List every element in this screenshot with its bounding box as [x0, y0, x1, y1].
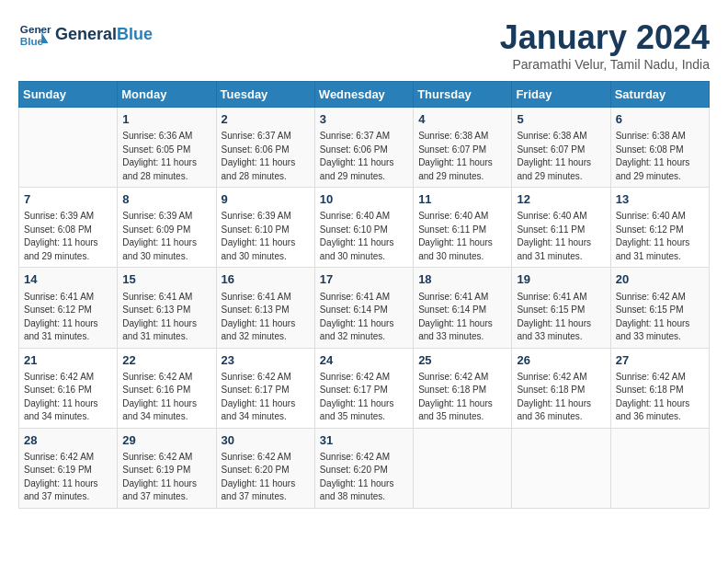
day-number: 20 — [616, 271, 704, 288]
calendar-cell: 15Sunrise: 6:41 AM Sunset: 6:13 PM Dayli… — [118, 268, 216, 348]
calendar-subtitle: Paramathi Velur, Tamil Nadu, India — [500, 57, 710, 72]
day-number: 17 — [320, 271, 408, 288]
day-number: 22 — [122, 352, 210, 369]
calendar-week-1: 7Sunrise: 6:39 AM Sunset: 6:08 PM Daylig… — [19, 188, 710, 268]
day-info: Sunrise: 6:41 AM Sunset: 6:13 PM Dayligh… — [122, 291, 210, 344]
day-number: 27 — [616, 352, 704, 369]
weekday-header-monday: Monday — [118, 82, 216, 108]
calendar-cell: 25Sunrise: 6:42 AM Sunset: 6:18 PM Dayli… — [414, 348, 512, 428]
day-number: 14 — [24, 271, 112, 288]
calendar-week-3: 21Sunrise: 6:42 AM Sunset: 6:16 PM Dayli… — [19, 348, 710, 428]
day-number: 2 — [222, 111, 310, 128]
weekday-header-tuesday: Tuesday — [216, 82, 314, 108]
day-number: 16 — [222, 271, 310, 288]
calendar-cell: 20Sunrise: 6:42 AM Sunset: 6:15 PM Dayli… — [610, 268, 709, 348]
weekday-header-thursday: Thursday — [414, 82, 512, 108]
day-info: Sunrise: 6:42 AM Sunset: 6:18 PM Dayligh… — [616, 371, 704, 424]
day-info: Sunrise: 6:39 AM Sunset: 6:10 PM Dayligh… — [222, 210, 310, 263]
day-number: 24 — [320, 352, 408, 369]
calendar-week-0: 1Sunrise: 6:36 AM Sunset: 6:05 PM Daylig… — [19, 108, 710, 188]
day-number: 28 — [24, 432, 112, 449]
day-number: 31 — [320, 432, 408, 449]
day-info: Sunrise: 6:41 AM Sunset: 6:13 PM Dayligh… — [222, 291, 310, 344]
calendar-cell: 22Sunrise: 6:42 AM Sunset: 6:16 PM Dayli… — [118, 348, 216, 428]
calendar-cell: 29Sunrise: 6:42 AM Sunset: 6:19 PM Dayli… — [118, 428, 216, 508]
day-info: Sunrise: 6:42 AM Sunset: 6:16 PM Dayligh… — [24, 371, 112, 424]
day-info: Sunrise: 6:42 AM Sunset: 6:17 PM Dayligh… — [320, 371, 408, 424]
day-info: Sunrise: 6:42 AM Sunset: 6:18 PM Dayligh… — [418, 371, 506, 424]
calendar-cell: 27Sunrise: 6:42 AM Sunset: 6:18 PM Dayli… — [610, 348, 709, 428]
day-number: 7 — [24, 191, 112, 208]
calendar-cell: 4Sunrise: 6:38 AM Sunset: 6:07 PM Daylig… — [414, 108, 512, 188]
day-number: 26 — [517, 352, 605, 369]
svg-text:Blue: Blue — [20, 35, 44, 47]
logo-icon: General Blue — [18, 18, 51, 52]
calendar-cell: 31Sunrise: 6:42 AM Sunset: 6:20 PM Dayli… — [314, 428, 413, 508]
logo-text: GeneralBlue — [55, 26, 153, 44]
weekday-header-sunday: Sunday — [19, 82, 118, 108]
day-number: 5 — [517, 111, 605, 128]
day-number: 6 — [616, 111, 704, 128]
day-number: 9 — [222, 191, 310, 208]
day-number: 12 — [517, 191, 605, 208]
calendar-cell: 18Sunrise: 6:41 AM Sunset: 6:14 PM Dayli… — [414, 268, 512, 348]
day-info: Sunrise: 6:38 AM Sunset: 6:07 PM Dayligh… — [517, 130, 605, 183]
day-info: Sunrise: 6:41 AM Sunset: 6:14 PM Dayligh… — [320, 291, 408, 344]
day-info: Sunrise: 6:39 AM Sunset: 6:08 PM Dayligh… — [24, 210, 112, 263]
day-number: 18 — [418, 271, 506, 288]
day-info: Sunrise: 6:42 AM Sunset: 6:15 PM Dayligh… — [616, 291, 704, 344]
day-number: 10 — [320, 191, 408, 208]
day-info: Sunrise: 6:42 AM Sunset: 6:18 PM Dayligh… — [517, 371, 605, 424]
calendar-cell: 28Sunrise: 6:42 AM Sunset: 6:19 PM Dayli… — [19, 428, 118, 508]
calendar-cell: 6Sunrise: 6:38 AM Sunset: 6:08 PM Daylig… — [610, 108, 709, 188]
calendar-cell: 14Sunrise: 6:41 AM Sunset: 6:12 PM Dayli… — [19, 268, 118, 348]
calendar-cell: 23Sunrise: 6:42 AM Sunset: 6:17 PM Dayli… — [216, 348, 314, 428]
calendar-cell: 13Sunrise: 6:40 AM Sunset: 6:12 PM Dayli… — [610, 188, 709, 268]
calendar-cell: 21Sunrise: 6:42 AM Sunset: 6:16 PM Dayli… — [19, 348, 118, 428]
day-number: 23 — [222, 352, 310, 369]
calendar-cell: 12Sunrise: 6:40 AM Sunset: 6:11 PM Dayli… — [512, 188, 610, 268]
calendar-table: SundayMondayTuesdayWednesdayThursdayFrid… — [18, 81, 710, 509]
svg-text:General: General — [20, 23, 51, 35]
weekday-header-wednesday: Wednesday — [314, 82, 413, 108]
calendar-cell — [19, 108, 118, 188]
calendar-cell: 17Sunrise: 6:41 AM Sunset: 6:14 PM Dayli… — [314, 268, 413, 348]
day-number: 25 — [418, 352, 506, 369]
day-info: Sunrise: 6:42 AM Sunset: 6:17 PM Dayligh… — [222, 371, 310, 424]
day-info: Sunrise: 6:40 AM Sunset: 6:12 PM Dayligh… — [616, 210, 704, 263]
day-number: 8 — [122, 191, 210, 208]
day-number: 19 — [517, 271, 605, 288]
calendar-cell: 3Sunrise: 6:37 AM Sunset: 6:06 PM Daylig… — [314, 108, 413, 188]
calendar-cell — [512, 428, 610, 508]
page-header: General Blue GeneralBlue January 2024 Pa… — [18, 18, 710, 72]
day-info: Sunrise: 6:42 AM Sunset: 6:20 PM Dayligh… — [320, 451, 408, 504]
weekday-row: SundayMondayTuesdayWednesdayThursdayFrid… — [19, 82, 710, 108]
calendar-week-4: 28Sunrise: 6:42 AM Sunset: 6:19 PM Dayli… — [19, 428, 710, 508]
calendar-body: 1Sunrise: 6:36 AM Sunset: 6:05 PM Daylig… — [19, 108, 710, 509]
day-number: 21 — [24, 352, 112, 369]
day-number: 11 — [418, 191, 506, 208]
calendar-cell: 10Sunrise: 6:40 AM Sunset: 6:10 PM Dayli… — [314, 188, 413, 268]
day-number: 29 — [122, 432, 210, 449]
day-info: Sunrise: 6:42 AM Sunset: 6:16 PM Dayligh… — [122, 371, 210, 424]
logo: General Blue GeneralBlue — [18, 18, 153, 52]
calendar-header: SundayMondayTuesdayWednesdayThursdayFrid… — [19, 82, 710, 108]
calendar-cell: 9Sunrise: 6:39 AM Sunset: 6:10 PM Daylig… — [216, 188, 314, 268]
calendar-title: January 2024 — [500, 18, 710, 57]
day-number: 13 — [616, 191, 704, 208]
day-info: Sunrise: 6:42 AM Sunset: 6:19 PM Dayligh… — [122, 451, 210, 504]
day-number: 15 — [122, 271, 210, 288]
day-info: Sunrise: 6:41 AM Sunset: 6:15 PM Dayligh… — [517, 291, 605, 344]
day-info: Sunrise: 6:36 AM Sunset: 6:05 PM Dayligh… — [122, 130, 210, 183]
day-info: Sunrise: 6:38 AM Sunset: 6:08 PM Dayligh… — [616, 130, 704, 183]
calendar-cell: 7Sunrise: 6:39 AM Sunset: 6:08 PM Daylig… — [19, 188, 118, 268]
title-block: January 2024 Paramathi Velur, Tamil Nadu… — [500, 18, 710, 72]
calendar-cell: 30Sunrise: 6:42 AM Sunset: 6:20 PM Dayli… — [216, 428, 314, 508]
calendar-cell — [610, 428, 709, 508]
day-info: Sunrise: 6:41 AM Sunset: 6:12 PM Dayligh… — [24, 291, 112, 344]
calendar-cell: 19Sunrise: 6:41 AM Sunset: 6:15 PM Dayli… — [512, 268, 610, 348]
weekday-header-friday: Friday — [512, 82, 610, 108]
day-number: 1 — [122, 111, 210, 128]
day-info: Sunrise: 6:42 AM Sunset: 6:20 PM Dayligh… — [222, 451, 310, 504]
day-info: Sunrise: 6:40 AM Sunset: 6:10 PM Dayligh… — [320, 210, 408, 263]
